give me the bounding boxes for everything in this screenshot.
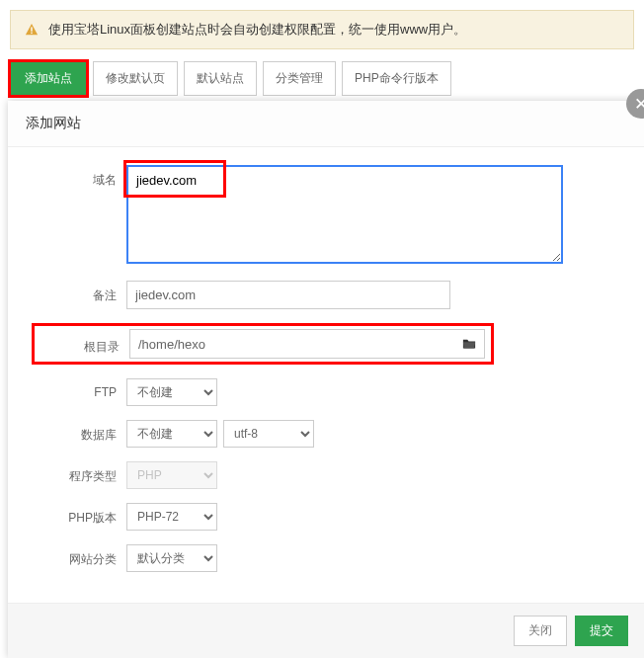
tab-add-site[interactable]: 添加站点 [10,61,87,96]
root-dir-input[interactable] [130,331,454,358]
site-category-select[interactable]: 默认分类 [126,544,217,572]
folder-icon [462,337,476,351]
tab-category-manage[interactable]: 分类管理 [263,61,336,96]
browse-folder-button[interactable] [454,330,484,358]
label-program-type: 程序类型 [38,461,117,485]
label-remark: 备注 [38,281,117,304]
ftp-select[interactable]: 不创建 [126,378,217,406]
dialog-title: 添加网站 [8,101,644,147]
dialog-footer: 关闭 提交 [8,603,644,658]
svg-rect-0 [31,27,32,31]
tab-modify-default[interactable]: 修改默认页 [93,61,178,96]
row-domain: 域名 [38,165,614,267]
label-domain: 域名 [38,165,117,189]
close-icon: ✕ [634,94,644,115]
program-type-select: PHP [126,461,217,489]
label-site-category: 网站分类 [38,544,117,568]
add-site-dialog: ✕ 添加网站 域名 备注 根目录 [8,101,644,658]
row-php-version: PHP版本 PHP-72 [38,503,614,531]
row-program-type: 程序类型 PHP [38,461,614,489]
charset-select[interactable]: utf-8 [223,420,314,448]
label-php-version: PHP版本 [38,503,117,527]
database-select[interactable]: 不创建 [126,420,217,448]
label-root-dir: 根目录 [40,332,120,356]
dialog-body: 域名 备注 根目录 [8,147,644,596]
remark-input[interactable] [126,281,450,309]
label-ftp: FTP [38,378,117,399]
tab-default-site[interactable]: 默认站点 [184,61,257,96]
notice-bar: 使用宝塔Linux面板创建站点时会自动创建权限配置，统一使用www用户。 [10,10,634,49]
row-site-category: 网站分类 默认分类 [38,544,614,572]
row-ftp: FTP 不创建 [38,378,614,406]
row-root-dir: 根目录 [38,323,614,365]
warning-icon [25,23,39,37]
notice-text: 使用宝塔Linux面板创建站点时会自动创建权限配置，统一使用www用户。 [48,21,466,39]
label-database: 数据库 [38,420,117,444]
tab-php-cli-version[interactable]: PHP命令行版本 [342,61,451,96]
tab-row: 添加站点 修改默认页 默认站点 分类管理 PHP命令行版本 [0,61,644,106]
cancel-button[interactable]: 关闭 [514,616,567,646]
row-database: 数据库 不创建 utf-8 [38,420,614,448]
domain-textarea[interactable] [126,165,563,264]
php-version-select[interactable]: PHP-72 [126,503,217,531]
submit-button[interactable]: 提交 [575,616,628,646]
row-remark: 备注 [38,281,614,309]
svg-rect-1 [31,33,32,34]
